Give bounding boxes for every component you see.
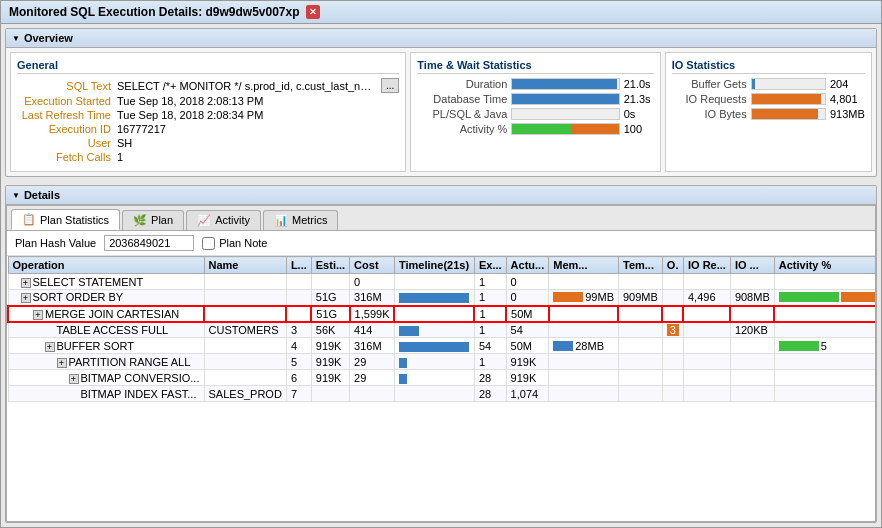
plsql-bar	[511, 108, 619, 120]
cell-esti: 919K	[311, 370, 349, 386]
tab-plan-statistics-label: Plan Statistics	[40, 214, 109, 226]
table-row: BITMAP INDEX FAST...SALES_PROD7281,074	[8, 386, 875, 402]
cell-name	[204, 338, 286, 354]
cell-operation: +MERGE JOIN CARTESIAN	[8, 306, 204, 322]
cell-actu: 1,074	[506, 386, 549, 402]
cell-io: 908MB	[730, 290, 774, 306]
plan-note-label: Plan Note	[219, 237, 267, 249]
cell-timeline	[394, 338, 474, 354]
cell-actu: 0	[506, 290, 549, 306]
details-arrow[interactable]: ▼	[12, 191, 20, 200]
cell-iore	[683, 370, 730, 386]
io-stats-box: IO Statistics Buffer Gets 204 IO Request…	[665, 52, 872, 172]
time-wait-box: Time & Wait Statistics Duration 21.0s Da…	[410, 52, 660, 172]
buffer-gets-label: Buffer Gets	[672, 78, 747, 90]
cell-l	[286, 306, 311, 322]
col-l: L...	[286, 257, 311, 274]
details-inner: 📋 Plan Statistics 🌿 Plan 📈 Activity 📊 Me…	[6, 205, 876, 522]
cell-iore	[683, 322, 730, 338]
cell-tem	[618, 354, 662, 370]
cell-mem: 28MB	[549, 338, 619, 354]
tab-plan[interactable]: 🌿 Plan	[122, 210, 184, 230]
io-requests-label: IO Requests	[672, 93, 747, 105]
io-requests-row: IO Requests 4,801	[672, 93, 865, 105]
expand-icon[interactable]: +	[21, 293, 31, 303]
cell-mem	[549, 370, 619, 386]
cell-o	[662, 274, 683, 290]
cell-iore	[683, 386, 730, 402]
cell-mem	[549, 274, 619, 290]
cell-cost: 1,599K	[350, 306, 395, 322]
sql-row: SQL Text SELECT /*+ MONITOR */ s.prod_id…	[17, 78, 399, 93]
cell-tem: 909MB	[618, 290, 662, 306]
col-io: IO ...	[730, 257, 774, 274]
activity-label: Activity %	[417, 123, 507, 135]
cell-mem	[549, 386, 619, 402]
plan-note-checkbox[interactable]	[202, 237, 215, 250]
cell-timeline	[394, 370, 474, 386]
expand-icon[interactable]: +	[57, 358, 67, 368]
col-iore: IO Re...	[683, 257, 730, 274]
sql-expand-button[interactable]: ...	[381, 78, 399, 93]
tab-activity-label: Activity	[215, 214, 250, 226]
duration-bar	[511, 78, 619, 90]
buffer-gets-bar	[751, 78, 826, 90]
col-actu: Actu...	[506, 257, 549, 274]
cell-l: 7	[286, 386, 311, 402]
plan-note-check: Plan Note	[202, 237, 267, 250]
io-bytes-label: IO Bytes	[672, 108, 747, 120]
cell-o: 3	[662, 322, 683, 338]
tab-metrics-label: Metrics	[292, 214, 327, 226]
cell-actu: 919K	[506, 354, 549, 370]
overview-arrow[interactable]: ▼	[12, 34, 20, 43]
buffer-gets-row: Buffer Gets 204	[672, 78, 865, 90]
cell-io	[730, 386, 774, 402]
overview-inner: General SQL Text SELECT /*+ MONITOR */ s…	[6, 48, 876, 176]
cell-o	[662, 290, 683, 306]
expand-icon[interactable]: +	[45, 342, 55, 352]
cell-tem	[618, 322, 662, 338]
cell-iore: 4,496	[683, 290, 730, 306]
db-time-label: Database Time	[417, 93, 507, 105]
cell-esti: 56K	[311, 322, 349, 338]
last-refresh-row: Last Refresh Time Tue Sep 18, 2018 2:08:…	[17, 109, 399, 121]
expand-icon[interactable]: +	[21, 278, 31, 288]
cell-activity	[774, 322, 875, 338]
cell-l: 5	[286, 354, 311, 370]
cell-ex: 1	[474, 290, 506, 306]
expand-icon[interactable]: +	[33, 310, 43, 320]
close-icon[interactable]: ✕	[306, 5, 320, 19]
cell-timeline	[394, 354, 474, 370]
tab-plan-statistics[interactable]: 📋 Plan Statistics	[11, 209, 120, 230]
general-title: General	[17, 59, 399, 74]
cell-iore	[683, 274, 730, 290]
cell-activity	[774, 306, 875, 322]
io-bytes-bar	[751, 108, 826, 120]
col-esti: Esti...	[311, 257, 349, 274]
cell-ex: 28	[474, 370, 506, 386]
cell-mem	[549, 354, 619, 370]
cell-o	[662, 354, 683, 370]
cell-l	[286, 274, 311, 290]
plsql-row: PL/SQL & Java 0s	[417, 108, 653, 120]
exec-id-label: Execution ID	[17, 123, 117, 135]
cell-tem	[618, 274, 662, 290]
tab-metrics[interactable]: 📊 Metrics	[263, 210, 338, 230]
tab-activity[interactable]: 📈 Activity	[186, 210, 261, 230]
cell-activity	[774, 370, 875, 386]
plan-hash-row: Plan Hash Value Plan Note	[7, 231, 875, 256]
title-text: Monitored SQL Execution Details: d9w9dw5…	[9, 5, 300, 19]
cell-esti: 919K	[311, 338, 349, 354]
io-requests-val: 4,801	[830, 93, 865, 105]
cell-name: SALES_PROD	[204, 386, 286, 402]
tabs-bar: 📋 Plan Statistics 🌿 Plan 📈 Activity 📊 Me…	[7, 206, 875, 231]
plsql-val: 0s	[624, 108, 654, 120]
plan-hash-input[interactable]	[104, 235, 194, 251]
cell-cost: 29	[350, 354, 395, 370]
cell-activity: 5	[774, 338, 875, 354]
expand-icon[interactable]: +	[69, 374, 79, 384]
cell-ex: 28	[474, 386, 506, 402]
cell-o	[662, 386, 683, 402]
cell-mem	[549, 322, 619, 338]
table-wrapper[interactable]: Operation Name L... Esti... Cost Timelin…	[7, 256, 875, 521]
